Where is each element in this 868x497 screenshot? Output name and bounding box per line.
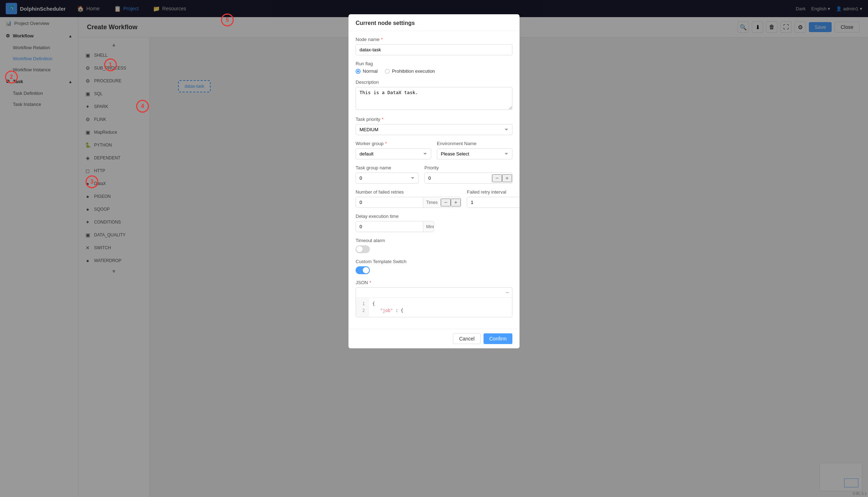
code-content[interactable]: { "job" : { (369, 298, 512, 317)
retries-row: Number of failed retries Times − + Faile… (356, 189, 512, 214)
run-flag-group: Run flag Normal Prohibition execution (356, 61, 512, 74)
task-priority-label: Task priority * (356, 117, 512, 122)
timeout-alarm-toggle[interactable] (356, 245, 370, 253)
code-punct-1: { (372, 301, 375, 306)
delay-exec-input[interactable] (356, 221, 423, 232)
node-name-group: Node name * (356, 37, 512, 55)
retry-interval-input[interactable] (467, 197, 520, 207)
failed-retries-btns: − + (440, 199, 461, 206)
confirm-button[interactable]: Confirm (484, 333, 512, 344)
env-name-group: Environment Name Please Select (437, 141, 512, 159)
priority-decrement-button[interactable]: − (492, 174, 502, 182)
delay-exec-stepper: Minute − + (356, 221, 434, 232)
retry-interval-label: Failed retry interval (467, 189, 520, 195)
failed-retries-stepper: Times − + (356, 197, 461, 208)
node-name-required: * (381, 37, 383, 42)
modal: Current node settings Node name * Run fl… (348, 14, 520, 348)
timeout-alarm-toggle-knob (356, 246, 363, 252)
json-group: JSON * − 1 2 { (356, 280, 512, 317)
run-flag-normal-label: Normal (363, 68, 378, 74)
modal-footer: Cancel Confirm (348, 329, 520, 348)
delay-exec-label: Delay execution time (356, 214, 512, 219)
json-label: JSON * (356, 280, 512, 285)
priority-increment-button[interactable]: + (502, 174, 512, 182)
run-flag-label: Run flag (356, 61, 512, 66)
custom-template-toggle[interactable] (356, 266, 370, 274)
timeout-alarm-label: Timeout alarm (356, 238, 512, 243)
task-group-priority-row: Task group name 0 Priority − + (356, 165, 512, 189)
code-body: 1 2 { "job" : { (356, 298, 512, 317)
modal-header: Current node settings (348, 14, 520, 31)
failed-retries-input[interactable] (356, 197, 423, 207)
run-flag-prohibition-label: Prohibition execution (392, 68, 435, 74)
code-line-2: "job" : { (372, 307, 508, 314)
task-group-name-label: Task group name (356, 165, 419, 170)
worker-group-required: * (385, 141, 387, 146)
cancel-button[interactable]: Cancel (453, 333, 481, 344)
run-flag-normal-option[interactable]: Normal (356, 68, 378, 74)
custom-template-toggle-knob (363, 267, 369, 273)
line-number-1: 1 (360, 301, 365, 307)
delay-exec-unit: Minute (423, 222, 434, 232)
task-priority-required: * (382, 117, 383, 122)
priority-stepper: − + (424, 173, 512, 184)
prohibition-radio-dot (385, 69, 390, 74)
code-line-numbers: 1 2 (356, 298, 369, 317)
worker-group-select[interactable]: default (356, 148, 431, 159)
json-required: * (370, 280, 371, 285)
code-line-1: { (372, 301, 508, 307)
line-number-2: 2 (360, 307, 365, 314)
modal-overlay: Current node settings Node name * Run fl… (0, 0, 868, 497)
node-name-input[interactable] (356, 44, 512, 55)
custom-template-group: Custom Template Switch (356, 259, 512, 274)
task-group-name-group: Task group name 0 (356, 165, 419, 184)
normal-radio-dot (356, 69, 361, 74)
failed-retries-label: Number of failed retries (356, 189, 461, 195)
code-punct-3: : { (396, 308, 403, 313)
delay-exec-group: Delay execution time Minute − + (356, 214, 512, 232)
priority-group: Priority − + (424, 165, 512, 184)
custom-template-label: Custom Template Switch (356, 259, 512, 264)
priority-label: Priority (424, 165, 512, 170)
worker-env-row: Worker group * default Environment Name … (356, 141, 512, 165)
retry-interval-stepper: Minute − + (467, 197, 520, 208)
task-priority-select[interactable]: MEDIUM (356, 124, 512, 135)
env-name-label: Environment Name (437, 141, 512, 146)
task-priority-group: Task priority * MEDIUM (356, 117, 512, 135)
run-flag-radio-group: Normal Prohibition execution (356, 68, 512, 74)
failed-retries-unit: Times (423, 198, 440, 207)
worker-group-label: Worker group * (356, 141, 431, 146)
node-name-label: Node name * (356, 37, 512, 42)
timeout-alarm-group: Timeout alarm (356, 238, 512, 253)
task-group-name-select[interactable]: 0 (356, 173, 419, 184)
modal-body: Node name * Run flag Normal Prohibition … (348, 31, 520, 329)
priority-stepper-btns: − + (492, 174, 512, 182)
failed-retries-group: Number of failed retries Times − + (356, 189, 461, 208)
priority-input[interactable] (425, 173, 492, 183)
env-name-select[interactable]: Please Select (437, 148, 512, 159)
modal-title: Current node settings (356, 20, 415, 26)
description-group: Description This is a DataX task. (356, 80, 512, 111)
description-textarea[interactable]: This is a DataX task. (356, 87, 512, 110)
code-minimize-button[interactable]: − (506, 289, 509, 296)
description-label: Description (356, 80, 512, 85)
code-key-job: "job" (380, 308, 393, 313)
json-editor[interactable]: − 1 2 { "job" (356, 287, 512, 317)
code-punct-2 (372, 308, 377, 313)
failed-retries-increment-button[interactable]: + (451, 199, 461, 206)
failed-retries-decrement-button[interactable]: − (441, 199, 451, 206)
run-flag-prohibition-option[interactable]: Prohibition execution (385, 68, 435, 74)
retry-interval-group: Failed retry interval Minute − + (467, 189, 520, 208)
worker-group-group: Worker group * default (356, 141, 431, 159)
code-header: − (356, 288, 512, 298)
